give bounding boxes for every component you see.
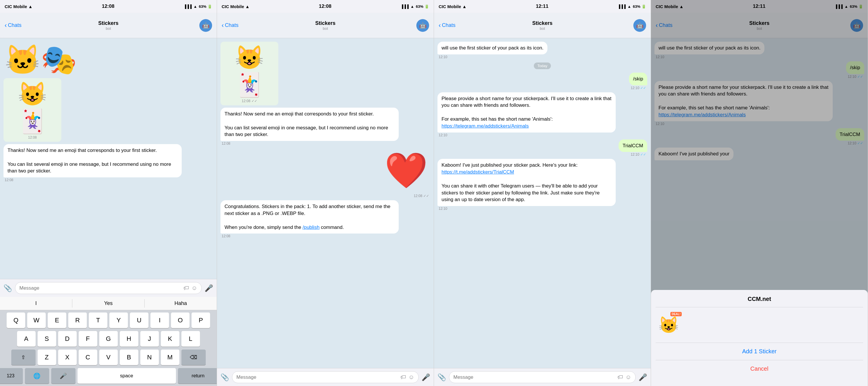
message-input-1[interactable] (20, 285, 183, 291)
key-f[interactable]: F (79, 331, 97, 347)
shortname-text-3: Please provide a short name for your sti… (441, 96, 611, 129)
sticker-icon-3[interactable]: 🏷 (617, 374, 623, 381)
key-delete[interactable]: ⌫ (181, 350, 206, 365)
wifi-icon-2: ▲ (410, 4, 414, 9)
key-q[interactable]: Q (7, 313, 25, 328)
bubble-congrats-text-2: Congratulations. Stickers in the pack: 1… (224, 204, 390, 230)
add-sticker-button[interactable]: Add 1 Sticker (656, 343, 863, 360)
key-r[interactable]: R (68, 313, 87, 328)
sticker-bubble-1: 😺🃏 12:08 (3, 78, 61, 142)
nav-subtitle-2: bot (315, 26, 335, 31)
kaboom-bubble-3: Kaboom! I've just published your sticker… (437, 159, 616, 206)
key-y[interactable]: Y (110, 313, 128, 328)
key-w[interactable]: W (27, 313, 46, 328)
msg-row-sticker-1: 🐱🎭 😺🃏 12:08 (3, 42, 213, 142)
key-h[interactable]: H (120, 331, 138, 347)
message-input-3[interactable] (454, 375, 617, 380)
attach-button-2[interactable]: 📎 (220, 373, 229, 381)
nav-center-3: Stickers bot (532, 20, 552, 31)
chat-area-2: 😺🃏 12:08 ✓✓ Thanks! Now send me an emoji… (217, 38, 434, 368)
animals-link-3[interactable]: https://telegram.me/addstickers/Animals (441, 123, 529, 129)
partial-time-3: 12:10 (437, 55, 448, 59)
key-globe[interactable]: 🌐 (25, 368, 49, 384)
input-field-wrap-3: 🏷 ☺ (449, 371, 636, 383)
action-sheet-backdrop: CCM.net 😺 DEAL! Add 1 Sticker Cancel (651, 0, 868, 386)
bubble-bot-time-1: 12:08 (3, 178, 14, 182)
key-p[interactable]: P (191, 313, 210, 328)
key-u[interactable]: U (130, 313, 148, 328)
suggestion-haha[interactable]: Haha (145, 299, 217, 307)
time-2: 12:08 (319, 3, 331, 9)
key-n[interactable]: N (140, 350, 159, 365)
suggestions-bar-1: I Yes Haha (0, 297, 217, 310)
bubble-bot-2: Thanks! Now send me an emoji that corres… (220, 108, 399, 141)
key-e[interactable]: E (48, 313, 66, 328)
key-t[interactable]: T (89, 313, 107, 328)
nav-bar-1: ‹ Chats Stickers bot 🤖 (0, 13, 217, 38)
keyboard-rows-1: Q W E R T Y U I O P A S D F G H J K (0, 310, 217, 386)
input-bar-1: 📎 🏷 ☺ 🎤 (0, 279, 217, 297)
key-j[interactable]: J (140, 331, 159, 347)
key-b[interactable]: B (120, 350, 138, 365)
key-k[interactable]: K (161, 331, 179, 347)
sticker-icon-2[interactable]: 🏷 (400, 374, 406, 381)
emoji-icon-2[interactable]: ☺ (408, 374, 414, 381)
back-button-3[interactable]: ‹ Chats (439, 22, 456, 29)
nav-avatar-2[interactable]: 🤖 (416, 19, 429, 32)
key-m[interactable]: M (161, 350, 179, 365)
emoji-icon-1[interactable]: ☺ (191, 285, 197, 291)
keyboard-1: I Yes Haha Q W E R T Y U I O P A S D (0, 297, 217, 386)
status-bar-1: CIC Mobile ▲ 12:08 ▐▐▐ ▲ 63% 🔋 (0, 0, 217, 13)
key-space[interactable]: space (78, 368, 176, 384)
bubble-bot-text-2: Thanks! Now send me an emoji that corres… (224, 111, 388, 137)
mic-button-3[interactable]: 🎤 (639, 373, 647, 381)
nav-avatar-1[interactable]: 🤖 (199, 19, 212, 32)
key-z[interactable]: Z (38, 350, 56, 365)
input-bar-3: 📎 🏷 ☺ 🎤 (434, 368, 651, 386)
key-s[interactable]: S (38, 331, 56, 347)
msg-row-bot-1: Thanks! Now send me an emoji that corres… (3, 144, 213, 182)
skip-text-3: /skip (633, 76, 643, 82)
suggestion-i[interactable]: I (0, 299, 72, 307)
battery-3: 63% 🔋 (633, 4, 646, 9)
key-g[interactable]: G (99, 331, 118, 347)
action-sheet: CCM.net 😺 DEAL! Add 1 Sticker Cancel (651, 290, 868, 386)
key-d[interactable]: D (58, 331, 77, 347)
mic-button-2[interactable]: 🎤 (422, 373, 430, 381)
cancel-button[interactable]: Cancel (656, 360, 863, 377)
key-i[interactable]: I (151, 313, 169, 328)
key-l[interactable]: L (181, 331, 200, 347)
attach-button-1[interactable]: 📎 (3, 284, 12, 292)
message-input-2[interactable] (237, 375, 400, 380)
trialccm-text-3: TrialCCM (623, 143, 643, 148)
key-a[interactable]: A (17, 331, 36, 347)
key-return[interactable]: return (178, 368, 217, 384)
key-v[interactable]: V (99, 350, 118, 365)
key-o[interactable]: O (171, 313, 189, 328)
heart-sticker-2: ❤️ (382, 148, 430, 193)
suggestion-yes[interactable]: Yes (72, 299, 145, 307)
key-shift[interactable]: ⇧ (11, 350, 36, 365)
emoji-icon-3[interactable]: ☺ (625, 374, 631, 381)
time-1: 12:08 (102, 3, 114, 9)
back-button-1[interactable]: ‹ Chats (5, 22, 22, 29)
heart-row-2: ❤️ 12:08 ✓✓ (220, 148, 430, 198)
key-num[interactable]: 123 (0, 368, 23, 384)
sticker-icon-1[interactable]: 🏷 (183, 285, 189, 291)
attach-button-3[interactable]: 📎 (437, 373, 446, 381)
trial-link-3[interactable]: https://t.me/addstickers/TrialCCM (441, 169, 514, 175)
key-c[interactable]: C (79, 350, 97, 365)
sticker-emoji-2: 😺🃏 (223, 44, 276, 98)
key-mic[interactable]: 🎤 (51, 368, 75, 384)
kbd-row-2: A S D F G H J K L (1, 331, 216, 347)
back-button-2[interactable]: ‹ Chats (222, 22, 239, 29)
key-x[interactable]: X (58, 350, 77, 365)
kbd-row-1: Q W E R T Y U I O P (1, 313, 216, 328)
input-extras-1: 🏷 ☺ (183, 285, 197, 291)
bubble-bot-time-2: 12:08 (220, 142, 231, 146)
trialccm-bubble-3: TrialCCM (619, 140, 647, 152)
publish-link-2[interactable]: /publish (303, 225, 320, 230)
nav-avatar-3[interactable]: 🤖 (633, 19, 646, 32)
nav-center-1: Stickers bot (98, 20, 118, 31)
mic-button-1[interactable]: 🎤 (205, 284, 213, 292)
